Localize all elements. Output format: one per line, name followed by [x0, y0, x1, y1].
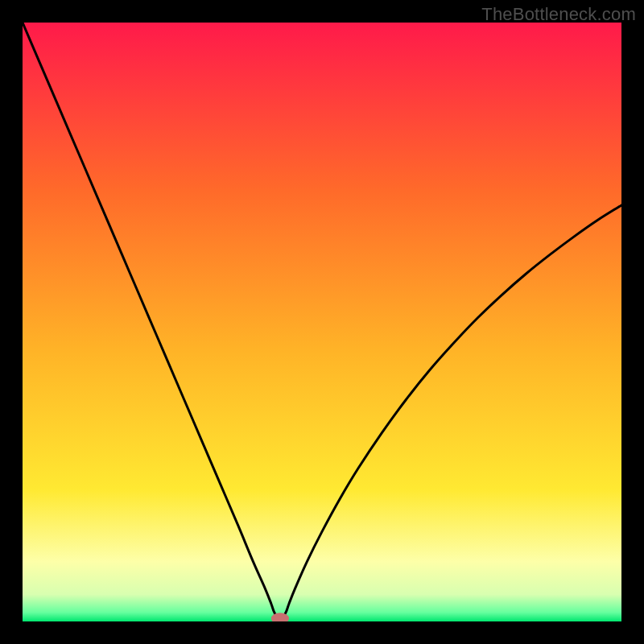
chart-frame: TheBottleneck.com — [0, 0, 644, 644]
bottleneck-chart — [23, 23, 621, 621]
watermark-text: TheBottleneck.com — [481, 4, 636, 25]
